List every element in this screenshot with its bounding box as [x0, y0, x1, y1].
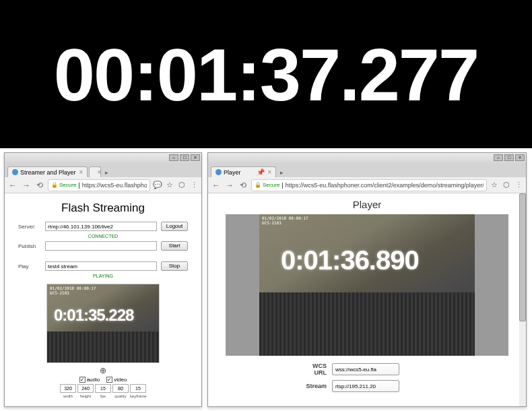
menu-icon[interactable]: ⋮	[189, 181, 199, 190]
right-page-content: Player 01/02/2018 00:00:17 DCS-2103 0:01…	[208, 193, 526, 406]
newtab-button[interactable]: ▸	[277, 168, 286, 177]
player-title: Player	[213, 199, 521, 210]
height-input[interactable]	[77, 384, 94, 393]
right-titlebar: – □ ×	[208, 153, 526, 162]
wcs-input[interactable]	[332, 363, 399, 375]
keyframe-input[interactable]	[130, 384, 146, 393]
page-title: Flash Streaming	[18, 201, 188, 215]
tab-player[interactable]: Player 📌 ×	[211, 166, 276, 177]
tab-close-icon[interactable]: ×	[79, 168, 84, 176]
tab-close-icon[interactable]: 📌	[257, 168, 265, 176]
left-browser-window: – □ × Streamer and Player × × ▸ ← → ⟲ 🔒	[4, 152, 202, 407]
checkbox-icon: ✓	[79, 377, 86, 383]
tab-icon	[215, 169, 222, 175]
player-video-container: 01/02/2018 00:00:17 DCS-2103 0:01:36.890	[226, 214, 508, 356]
param-labels: width height fps quality keyframe	[18, 394, 188, 398]
minimize-button[interactable]: –	[494, 154, 503, 161]
maximize-button[interactable]: □	[504, 154, 514, 161]
stop-button[interactable]: Stop	[161, 261, 188, 271]
stream-label: Stream	[300, 383, 327, 389]
menu-icon[interactable]: ⋮	[514, 181, 523, 190]
secure-indicator: 🔒 Secure	[255, 182, 279, 188]
play-input[interactable]	[45, 261, 157, 271]
scrollbar[interactable]	[519, 193, 526, 406]
audio-label: audio	[87, 377, 100, 383]
params-row	[18, 384, 188, 393]
player-form: WCS URL Stream	[300, 362, 434, 392]
video-frame: 01/02/2018 00:00:17 DCS-2103 0:01:35.228	[47, 284, 159, 362]
maximize-button[interactable]: □	[180, 154, 189, 161]
play-label: Play	[18, 263, 41, 270]
server-row: Server: Logout	[18, 222, 188, 231]
logout-button[interactable]: Logout	[161, 222, 188, 231]
publish-input[interactable]	[45, 241, 157, 251]
left-tabbar: Streamer and Player × × ▸	[5, 162, 201, 177]
right-tabbar: Player 📌 × ▸	[208, 162, 526, 177]
preview-video: 01/02/2018 00:00:17 DCS-2103 0:01:35.228	[46, 284, 160, 363]
chat-icon[interactable]: 💬	[153, 181, 162, 190]
publish-label: Publish	[18, 243, 41, 249]
url-input[interactable]: 🔒 Secure | https://wcs5-eu.flashphoner.c	[48, 179, 150, 191]
reload-button[interactable]: ⟲	[238, 180, 248, 191]
tab-streamer[interactable]: Streamer and Player ×	[7, 166, 88, 177]
star-icon[interactable]: ☆	[165, 181, 174, 190]
secure-indicator: 🔒 Secure	[51, 182, 76, 188]
browser-windows-container: – □ × Streamer and Player × × ▸ ← → ⟲ 🔒	[0, 148, 532, 411]
star-icon[interactable]: ☆	[490, 181, 499, 190]
video-label: video	[114, 377, 127, 383]
play-status: PLAYING	[18, 274, 188, 278]
right-browser-window: – □ × Player 📌 × ▸ ← → ⟲ 🔒 Secure |	[207, 152, 527, 407]
fps-input[interactable]	[95, 384, 111, 393]
width-input[interactable]	[60, 384, 76, 393]
extension-icon[interactable]: ⬡	[177, 181, 187, 190]
tab-close-icon[interactable]: ×	[97, 168, 101, 176]
secure-label: Secure	[59, 182, 76, 188]
tab-close-icon[interactable]: ×	[268, 168, 272, 176]
publish-row: Publish Start	[18, 241, 188, 251]
quality-input[interactable]	[112, 384, 129, 393]
scrollbar-thumb[interactable]	[519, 193, 526, 321]
player-video-timer: 0:01:36.890	[281, 245, 419, 276]
play-row: Play Stop	[18, 261, 188, 271]
left-titlebar: – □ ×	[5, 153, 201, 162]
url-text: https://wcs5-eu.flashphoner.com/client2/…	[286, 182, 484, 189]
video-checkbox[interactable]: ✓ video	[106, 377, 127, 383]
back-button[interactable]: ←	[211, 180, 222, 191]
stream-input[interactable]	[332, 380, 399, 392]
video-osd: 01/02/2018 00:00:17 DCS-2103	[262, 216, 308, 225]
url-input[interactable]: 🔒 Secure | https://wcs5-eu.flashphoner.c…	[251, 179, 487, 191]
tab-icon	[12, 169, 18, 175]
forward-button[interactable]: →	[224, 180, 235, 191]
close-button[interactable]: ×	[515, 154, 525, 161]
extension-icon[interactable]: ⬡	[502, 181, 511, 190]
checkbox-icon: ✓	[106, 377, 112, 383]
minimize-button[interactable]: –	[169, 154, 178, 161]
lock-icon: 🔒	[51, 182, 58, 188]
main-timer: 00:01:37.277	[0, 0, 532, 148]
checkbox-row: ✓ audio ✓ video	[18, 377, 188, 383]
player-video-frame: 01/02/2018 00:00:17 DCS-2103 0:01:36.890	[259, 214, 475, 356]
tab-secondary[interactable]: ×	[89, 166, 101, 177]
audio-checkbox[interactable]: ✓ audio	[79, 377, 100, 383]
volume-icon[interactable]: ⊕	[18, 366, 188, 375]
stream-row: Stream	[300, 380, 434, 392]
back-button[interactable]: ←	[7, 180, 18, 191]
wcs-row: WCS URL	[300, 362, 434, 376]
close-button[interactable]: ×	[191, 154, 200, 161]
newtab-button[interactable]: ▸	[102, 168, 111, 177]
server-input[interactable]	[45, 222, 157, 231]
server-label: Server:	[18, 224, 41, 230]
video-keyboard	[259, 292, 475, 356]
video-osd: 01/02/2018 00:00:17 DCS-2103	[50, 286, 96, 295]
video-keyboard	[47, 331, 159, 362]
forward-button[interactable]: →	[21, 180, 32, 191]
start-button[interactable]: Start	[161, 241, 188, 251]
secure-label: Secure	[263, 182, 279, 188]
reload-button[interactable]: ⟲	[34, 180, 45, 191]
tab-label: Streamer and Player	[20, 169, 76, 176]
right-addressbar: ← → ⟲ 🔒 Secure | https://wcs5-eu.flashph…	[208, 177, 526, 193]
url-text: https://wcs5-eu.flashphoner.c	[82, 182, 147, 189]
wcs-label: WCS URL	[300, 362, 327, 376]
video-timer-overlay: 0:01:35.228	[54, 306, 133, 325]
server-status: CONNECTED	[18, 234, 188, 239]
